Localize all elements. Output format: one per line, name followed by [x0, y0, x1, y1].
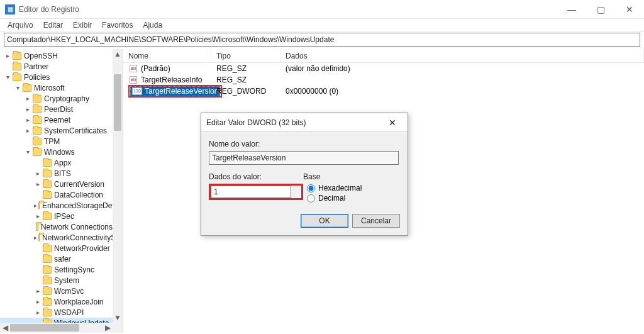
- menu-file[interactable]: Arquivo: [3, 19, 38, 31]
- tree-item[interactable]: NetworkProvider: [0, 243, 113, 253]
- menu-edit[interactable]: Editar: [38, 19, 68, 31]
- hscroll-thumb[interactable]: [10, 324, 79, 331]
- value-data-input[interactable]: [211, 186, 291, 198]
- chevron-down-icon[interactable]: ▾: [14, 84, 21, 92]
- tree-item[interactable]: ▸EnhancedStorageDevices: [0, 200, 113, 211]
- highlight-box: TargetReleaseVersion: [128, 85, 222, 97]
- scroll-left-icon[interactable]: ◀: [0, 323, 10, 333]
- cell-name: (Padrão): [123, 63, 211, 74]
- scroll-down-icon[interactable]: ▼: [113, 313, 123, 323]
- value-name: TargetReleaseVersion: [145, 87, 218, 96]
- chevron-down-icon[interactable]: ▾: [24, 148, 31, 156]
- folder-icon: [13, 63, 21, 70]
- tree-item[interactable]: ▸PeerDist: [0, 104, 113, 114]
- address-bar[interactable]: Computador\HKEY_LOCAL_MACHINE\SOFTWARE\P…: [4, 33, 640, 47]
- chevron-right-icon[interactable]: ▸: [24, 127, 31, 135]
- tree-item[interactable]: WindowsUpdate: [0, 318, 113, 323]
- tree-item[interactable]: Partner: [0, 61, 113, 72]
- tree-item[interactable]: ▸WorkplaceJoin: [0, 296, 113, 307]
- list-body: (Padrão)REG_SZ(valor não definido)Target…: [123, 63, 644, 97]
- tree-label: SystemCertificates: [44, 126, 107, 135]
- chevron-none: [4, 63, 11, 70]
- tree-label: safer: [54, 255, 71, 264]
- chevron-right-icon[interactable]: ▸: [34, 287, 42, 295]
- tree-item[interactable]: ▾Microsoft: [0, 82, 113, 93]
- close-button[interactable]: ✕: [615, 0, 644, 19]
- column-name[interactable]: Nome: [123, 49, 211, 62]
- title-bar: ▦ Editor do Registro — ▢ ✕: [0, 0, 644, 19]
- cancel-button[interactable]: Cancelar: [352, 214, 400, 228]
- folder-icon: [43, 298, 52, 306]
- tree-item[interactable]: ▸WSDAPI: [0, 307, 113, 318]
- dialog-title-bar[interactable]: Editar Valor DWORD (32 bits) ✕: [201, 113, 408, 132]
- list-row[interactable]: TargetReleaseVersionREG_DWORD0x00000000 …: [123, 86, 644, 97]
- tree-item[interactable]: DataCollection: [0, 189, 113, 200]
- registry-tree[interactable]: ▸OpenSSHPartner▾Policies▾Microsoft▸Crypt…: [0, 49, 113, 323]
- dialog-close-button[interactable]: ✕: [382, 116, 402, 130]
- tree-label: WorkplaceJoin: [54, 298, 103, 306]
- tree-item[interactable]: ▸SystemCertificates: [0, 125, 113, 136]
- chevron-right-icon[interactable]: ▸: [24, 116, 31, 124]
- list-row[interactable]: TargetReleaseInfoREG_SZ: [123, 74, 644, 86]
- tree-item[interactable]: ▾Policies: [0, 72, 113, 82]
- string-value-icon: [128, 75, 138, 84]
- chevron-right-icon[interactable]: ▸: [34, 213, 42, 220]
- chevron-right-icon[interactable]: ▸: [24, 106, 31, 113]
- chevron-right-icon[interactable]: ▸: [4, 52, 11, 60]
- ok-button[interactable]: OK: [301, 214, 348, 228]
- tree-item[interactable]: ▾Windows: [0, 147, 113, 157]
- tree-label: Windows: [44, 148, 75, 157]
- tree-item[interactable]: Network Connections: [0, 221, 113, 232]
- chevron-down-icon[interactable]: ▾: [4, 74, 11, 81]
- tree-item[interactable]: ▸OpenSSH: [0, 50, 113, 61]
- tree-item[interactable]: ▸WcmSvc: [0, 286, 113, 296]
- tree-item[interactable]: ▸CurrentVersion: [0, 179, 113, 189]
- tree-label: EnhancedStorageDevices: [42, 201, 113, 210]
- chevron-none: [34, 245, 42, 252]
- chevron-right-icon[interactable]: ▸: [34, 234, 37, 242]
- minimize-button[interactable]: —: [557, 0, 586, 19]
- maximize-button[interactable]: ▢: [586, 0, 615, 19]
- column-data[interactable]: Dados: [280, 49, 644, 62]
- folder-icon: [13, 74, 21, 81]
- radio-dec[interactable]: Decimal: [307, 194, 400, 203]
- scroll-right-icon[interactable]: ▶: [103, 323, 113, 333]
- tree-item[interactable]: ▸NetworkConnectivityStatus: [0, 232, 113, 243]
- tree-item[interactable]: System: [0, 275, 113, 286]
- vertical-scrollbar[interactable]: ▲ ▼: [113, 49, 123, 333]
- radio-dec-input[interactable]: [307, 194, 315, 203]
- window-controls: — ▢ ✕: [557, 0, 644, 19]
- value-data-label: Dados do valor:: [209, 172, 303, 181]
- dialog-title: Editar Valor DWORD (32 bits): [206, 118, 306, 127]
- column-type[interactable]: Tipo: [211, 49, 280, 62]
- list-row[interactable]: (Padrão)REG_SZ(valor não definido): [123, 63, 644, 74]
- radio-hex[interactable]: Hexadecimal: [307, 184, 400, 192]
- tree-item[interactable]: SettingSync: [0, 264, 113, 275]
- chevron-right-icon[interactable]: ▸: [34, 170, 42, 177]
- chevron-right-icon[interactable]: ▸: [24, 95, 31, 103]
- chevron-right-icon[interactable]: ▸: [34, 298, 42, 306]
- menu-view[interactable]: Exibir: [68, 19, 97, 31]
- value-name-input[interactable]: [209, 151, 399, 165]
- horizontal-scrollbar[interactable]: ◀ ▶: [0, 323, 113, 333]
- tree-item[interactable]: ▸BITS: [0, 168, 113, 179]
- tree-item[interactable]: safer: [0, 253, 113, 264]
- tree-item[interactable]: Appx: [0, 157, 113, 168]
- tree-item[interactable]: ▸Cryptography: [0, 93, 113, 104]
- tree-item[interactable]: ▸IPSec: [0, 211, 113, 221]
- cell-data: (valor não definido): [280, 63, 644, 74]
- scroll-up-icon[interactable]: ▲: [113, 49, 123, 59]
- tree-label: NetworkConnectivityStatus: [42, 233, 113, 242]
- chevron-right-icon[interactable]: ▸: [34, 202, 37, 209]
- folder-icon: [36, 223, 38, 231]
- menu-favorites[interactable]: Favoritos: [97, 19, 138, 31]
- chevron-right-icon[interactable]: ▸: [34, 181, 42, 188]
- scroll-thumb[interactable]: [114, 74, 121, 131]
- tree-item[interactable]: ▸Peernet: [0, 114, 113, 125]
- chevron-right-icon[interactable]: ▸: [34, 309, 42, 316]
- tree-label: Cryptography: [44, 94, 89, 103]
- tree-item[interactable]: TPM: [0, 136, 113, 147]
- menu-help[interactable]: Ajuda: [138, 19, 167, 31]
- dialog-body: Nome do valor: Dados do valor: Base Hexa…: [201, 132, 408, 235]
- radio-hex-input[interactable]: [307, 184, 315, 192]
